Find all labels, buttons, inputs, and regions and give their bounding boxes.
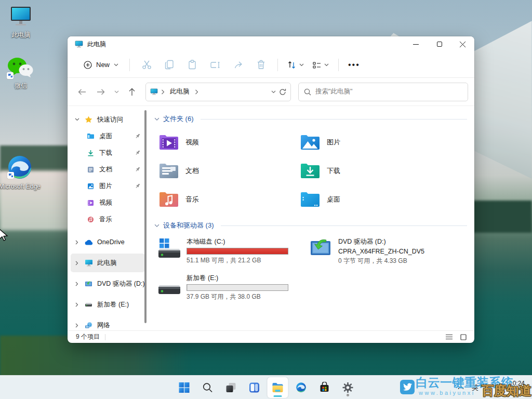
sidebar-item-label: 图片 [99,182,112,191]
sidebar-item-quick-access[interactable]: 快速访问 [71,111,145,128]
chevron-right-icon[interactable] [74,261,80,265]
maximize-button[interactable] [428,36,451,52]
section-rule [221,225,468,226]
edge-icon [6,155,33,181]
chevron-right-icon[interactable] [74,302,80,307]
chevron-right-icon[interactable] [74,282,80,286]
large-icons-view-toggle[interactable] [458,332,469,342]
sidebar-item-music[interactable]: 音乐 [71,211,145,228]
folder-name: 图片 [327,138,340,147]
folder-name: 桌面 [327,195,340,204]
search-button[interactable] [197,377,218,398]
edge-button[interactable] [291,377,312,398]
sidebar-item-downloads[interactable]: 下载 [71,144,145,161]
folder-tile-videos[interactable]: 视频 [153,128,295,156]
pin-icon [135,133,141,139]
more-options-button[interactable]: ••• [344,58,364,72]
search-icon [203,382,213,393]
drive-tile-e[interactable]: 新加卷 (E:) 37.9 GB 可用，共 38.0 GB [153,271,305,304]
sidebar-item-new-volume[interactable]: 新加卷 (E:) [71,295,145,314]
recent-locations-button[interactable] [111,84,122,100]
chevron-down-icon[interactable] [74,118,80,121]
status-bar: 9 个项目 [68,330,474,343]
sidebar-item-videos[interactable]: 视频 [71,194,145,211]
shortcut-arrow-icon [7,72,14,79]
sidebar-item-label: 新加卷 (E:) [97,300,129,309]
folders-grid: 视频 图片 [153,128,467,214]
folder-tile-pictures[interactable]: 图片 [295,128,436,156]
share-button[interactable] [227,56,249,74]
music-icon [86,216,95,223]
taskbar-clock[interactable]: 10:24 [486,379,525,387]
drive-tile-dvd[interactable]: DVD 驱动器 (D:) CPRA_X64FRE_ZH-CN_DV5 0 字节 … [305,234,457,269]
address-dropdown-icon[interactable] [271,90,276,94]
chevron-right-icon[interactable] [74,240,80,245]
sort-button[interactable] [283,58,308,72]
sidebar-item-documents[interactable]: 文档 [71,161,145,178]
minimize-button[interactable] [404,36,428,52]
desktop-icon-this-pc[interactable]: 此电脑 [0,5,45,39]
task-view-button[interactable] [221,377,242,398]
widgets-button[interactable] [244,377,265,398]
plus-circle-icon [84,61,92,69]
sidebar-item-dvd-drive[interactable]: DVD 驱动器 (D:) [71,274,145,293]
folder-tile-desktop[interactable]: 桌面 [295,185,436,214]
command-bar: New [68,52,474,78]
store-button[interactable] [314,377,335,398]
collapse-chevron-icon[interactable] [154,224,159,228]
folder-name: 视频 [185,138,199,147]
status-divider [105,334,105,340]
search-input[interactable]: 搜索"此电脑" [298,83,468,101]
sidebar-item-label: 文档 [99,165,112,174]
cut-button[interactable] [135,56,158,74]
sidebar-item-onedrive[interactable]: OneDrive [71,233,145,251]
section-title: 文件夹 (6) [163,114,194,124]
desktop-icon-edge[interactable]: Microsoft Edge [0,155,44,191]
title-bar[interactable]: 此电脑 [68,36,474,52]
settings-button[interactable] [338,377,358,398]
pictures-folder-icon [300,134,321,151]
copy-button[interactable] [158,56,181,74]
desktop-icon-wechat[interactable]: 微信 [0,56,45,90]
new-button[interactable]: New [78,57,124,73]
close-button[interactable] [451,36,474,52]
view-button[interactable] [308,58,333,72]
hard-drive-icon [84,302,93,307]
start-button[interactable] [174,377,195,398]
refresh-icon[interactable] [279,88,286,96]
disk-usage-bar [187,248,288,255]
paste-button[interactable] [181,56,204,74]
sidebar-item-pictures[interactable]: 图片 [71,178,145,194]
back-button[interactable] [74,84,90,100]
folder-tile-music[interactable]: 音乐 [153,185,295,214]
breadcrumb-this-pc[interactable]: 此电脑 [168,86,192,98]
this-pc-icon [8,5,33,29]
drive-tile-c[interactable]: 本地磁盘 (C:) 51.1 MB 可用，共 21.2 GB [153,234,305,269]
rename-button[interactable] [204,56,227,74]
chevron-right-icon[interactable] [74,323,80,328]
music-folder-icon [158,191,179,208]
forward-button[interactable] [92,84,109,100]
sidebar-item-label: 此电脑 [97,259,117,268]
input-language-indicator[interactable]: 英 [469,381,481,394]
sidebar-item-label: 桌面 [99,132,112,141]
sidebar-item-desktop[interactable]: 桌面 [71,128,145,144]
file-explorer-button[interactable] [268,377,288,398]
window-title: 此电脑 [87,40,106,49]
windows-logo-icon [179,382,190,393]
folder-tile-downloads[interactable]: 下载 [295,156,436,185]
sidebar-item-this-pc[interactable]: 此电脑 [71,254,145,272]
hidden-icons-chevron[interactable] [458,385,464,390]
folder-tile-documents[interactable]: 文档 [153,156,295,185]
pin-icon [135,150,141,156]
address-bar[interactable]: 此电脑 [145,83,291,101]
delete-button[interactable] [249,56,272,74]
mouse-cursor [0,229,10,242]
details-view-toggle[interactable] [443,332,455,342]
sidebar-item-network[interactable]: 网络 [71,316,145,330]
collapse-chevron-icon[interactable] [154,117,159,121]
search-placeholder: 搜索"此电脑" [315,87,352,96]
drive-name: DVD 驱动器 (D:) [338,237,424,246]
up-button[interactable] [124,84,140,100]
sidebar-scrollbar[interactable] [144,110,147,323]
